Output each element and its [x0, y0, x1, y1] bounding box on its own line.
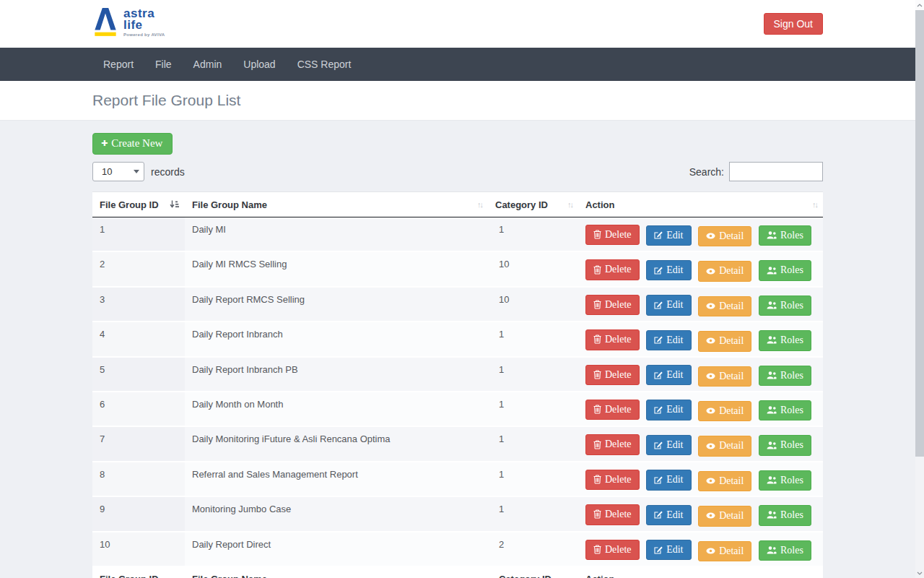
pencil-square-icon: [654, 335, 663, 344]
users-icon: [767, 476, 777, 484]
trash-icon: [593, 335, 601, 344]
table-row: 4 Daily Report Inbranch 1 Delete Edit De…: [92, 322, 823, 356]
detail-button[interactable]: Detail: [698, 436, 751, 456]
delete-label: Delete: [605, 299, 632, 310]
delete-button[interactable]: Delete: [585, 225, 640, 245]
detail-button[interactable]: Detail: [698, 401, 751, 421]
trash-icon: [593, 509, 601, 519]
delete-button[interactable]: Delete: [585, 434, 640, 454]
users-icon-button[interactable]: Roles: [759, 225, 811, 246]
edit-button[interactable]: Edit: [646, 260, 691, 280]
eye-icon: [706, 373, 715, 379]
cell-category-id: 10: [488, 251, 578, 286]
create-new-button[interactable]: ✚ Create New: [92, 133, 173, 155]
nav-item-upload[interactable]: Upload: [232, 48, 286, 81]
edit-button[interactable]: Edit: [646, 400, 691, 420]
cell-category-id: 1: [488, 496, 578, 531]
users-icon: [767, 441, 777, 449]
delete-button[interactable]: Delete: [585, 540, 640, 560]
delete-button[interactable]: Delete: [585, 329, 640, 350]
scrollbar-thumb[interactable]: [915, 10, 924, 457]
records-label: records: [151, 166, 185, 178]
pencil-square-icon: [654, 441, 663, 449]
edit-button[interactable]: Edit: [646, 365, 691, 385]
cell-file-group-name: Daily Monitoring iFuture & Asli Rencana …: [185, 426, 488, 461]
column-header-category-id[interactable]: Category ID ↑↓: [488, 192, 578, 217]
users-icon-button[interactable]: Roles: [759, 505, 811, 525]
delete-button[interactable]: Delete: [585, 504, 640, 525]
top-header: astra life Powered by AVIVA Sign Out: [0, 0, 915, 48]
cell-actions: Delete Edit Detail Roles: [578, 462, 823, 496]
detail-label: Detail: [719, 265, 744, 276]
delete-button[interactable]: Delete: [585, 295, 640, 315]
detail-button[interactable]: Detail: [698, 331, 751, 351]
table-row: 5 Daily Report Inbranch PB 1 Delete Edit: [92, 357, 823, 392]
column-header-file-group-id[interactable]: File Group ID: [92, 192, 185, 217]
users-icon: [767, 511, 777, 519]
detail-label: Detail: [719, 335, 744, 346]
scroll-up-icon[interactable]: [915, 0, 924, 10]
nav-item-css-report[interactable]: CSS Report: [287, 48, 362, 81]
detail-button[interactable]: Detail: [698, 471, 751, 491]
delete-button[interactable]: Delete: [585, 470, 640, 490]
delete-button[interactable]: Delete: [585, 400, 640, 420]
edit-button[interactable]: Edit: [646, 505, 691, 525]
roles-label: Roles: [780, 264, 803, 275]
trash-icon: [593, 300, 601, 309]
cell-category-id: 1: [488, 322, 578, 356]
users-icon-button[interactable]: Roles: [759, 435, 811, 455]
detail-button[interactable]: Detail: [698, 541, 751, 561]
sort-both-icon: ↑↓: [477, 201, 482, 209]
users-icon-button[interactable]: Roles: [759, 470, 811, 491]
edit-button[interactable]: Edit: [646, 435, 691, 455]
detail-button[interactable]: Detail: [698, 366, 751, 387]
cell-actions: Delete Edit Detail Roles: [578, 322, 823, 356]
table-row: 8 Referral and Sales Management Report 1…: [92, 462, 823, 496]
nav-item-file[interactable]: File: [144, 48, 183, 81]
cell-actions: Delete Edit Detail Roles: [578, 496, 823, 531]
column-header-file-group-name[interactable]: File Group Name ↑↓: [185, 192, 488, 217]
table-row: 2 Daily MI RMCS Selling 10 Delete Edit D…: [92, 251, 823, 286]
search-input[interactable]: [729, 162, 823, 181]
cell-file-group-id: 5: [92, 357, 185, 392]
detail-button[interactable]: Detail: [698, 261, 751, 281]
edit-button[interactable]: Edit: [646, 295, 691, 315]
eye-icon: [706, 337, 715, 344]
cell-file-group-id: 6: [92, 392, 185, 426]
pencil-square-icon: [654, 230, 663, 239]
edit-button[interactable]: Edit: [646, 470, 691, 490]
users-icon-button[interactable]: Roles: [759, 260, 811, 280]
users-icon-button[interactable]: Roles: [759, 296, 811, 316]
edit-button[interactable]: Edit: [646, 540, 691, 560]
scrollbar[interactable]: [915, 0, 924, 578]
detail-button[interactable]: Detail: [698, 226, 751, 246]
cell-actions: Delete Edit Detail Roles: [578, 217, 823, 252]
pencil-square-icon: [654, 266, 663, 275]
detail-button[interactable]: Detail: [698, 506, 751, 526]
users-icon-button[interactable]: Roles: [759, 330, 811, 350]
nav-item-admin[interactable]: Admin: [183, 48, 233, 81]
column-header-action[interactable]: Action ↑↓: [578, 192, 823, 217]
edit-button[interactable]: Edit: [646, 330, 691, 350]
footer-column-file-group-id: File Group ID: [92, 566, 185, 578]
scroll-down-icon[interactable]: [915, 568, 924, 578]
delete-button[interactable]: Delete: [585, 259, 640, 280]
navbar: Report File Admin Upload CSS Report: [0, 48, 915, 81]
eye-icon: [706, 443, 715, 449]
detail-button[interactable]: Detail: [698, 296, 751, 316]
nav-item-report[interactable]: Report: [92, 48, 144, 81]
records-per-page-select[interactable]: 10: [92, 162, 144, 181]
table-row: 9 Monitoring Jumbo Case 1 Delete Edit De…: [92, 496, 823, 531]
content: ✚ Create New 10 records Search:: [0, 121, 915, 578]
edit-button[interactable]: Edit: [646, 225, 691, 246]
users-icon-button[interactable]: Roles: [759, 366, 811, 386]
cell-file-group-id: 4: [92, 322, 185, 356]
footer-column-action: Action: [578, 566, 823, 578]
brand-logo[interactable]: astra life Powered by AVIVA: [92, 7, 165, 41]
delete-button[interactable]: Delete: [585, 365, 640, 385]
sign-out-button[interactable]: Sign Out: [764, 13, 823, 35]
users-icon-button[interactable]: Roles: [759, 540, 811, 561]
roles-label: Roles: [780, 405, 803, 415]
eye-icon: [706, 548, 715, 554]
users-icon-button[interactable]: Roles: [759, 400, 811, 420]
